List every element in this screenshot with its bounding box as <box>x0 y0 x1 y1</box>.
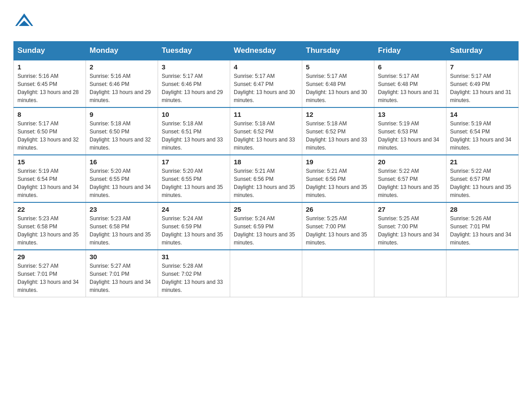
calendar-day-cell: 14 Sunrise: 5:19 AMSunset: 6:54 PMDaylig… <box>446 107 519 155</box>
day-info: Sunrise: 5:18 AMSunset: 6:51 PMDaylight:… <box>162 120 226 152</box>
logo-icon <box>13 9 35 30</box>
day-info: Sunrise: 5:25 AMSunset: 7:00 PMDaylight:… <box>306 214 370 247</box>
day-number: 17 <box>162 158 226 166</box>
calendar-day-cell <box>446 250 519 297</box>
calendar-day-cell <box>302 250 374 297</box>
day-number: 30 <box>90 253 154 261</box>
calendar-day-cell: 24 Sunrise: 5:24 AMSunset: 6:59 PMDaylig… <box>158 202 230 250</box>
logo <box>13 9 35 32</box>
day-number: 26 <box>306 206 370 213</box>
day-info: Sunrise: 5:19 AMSunset: 6:54 PMDaylight:… <box>450 120 515 152</box>
calendar-day-cell: 8 Sunrise: 5:17 AMSunset: 6:50 PMDayligh… <box>14 107 86 155</box>
day-number: 15 <box>17 158 82 166</box>
calendar-day-cell: 23 Sunrise: 5:23 AMSunset: 6:58 PMDaylig… <box>86 202 158 250</box>
calendar-day-cell: 2 Sunrise: 5:16 AMSunset: 6:46 PMDayligh… <box>86 60 158 107</box>
calendar-day-cell: 5 Sunrise: 5:17 AMSunset: 6:48 PMDayligh… <box>302 60 374 107</box>
day-info: Sunrise: 5:18 AMSunset: 6:52 PMDaylight:… <box>234 120 298 152</box>
col-tuesday: Tuesday <box>158 42 230 60</box>
calendar-day-cell: 28 Sunrise: 5:26 AMSunset: 7:01 PMDaylig… <box>446 202 519 250</box>
day-info: Sunrise: 5:26 AMSunset: 7:01 PMDaylight:… <box>450 214 515 247</box>
calendar-day-cell: 11 Sunrise: 5:18 AMSunset: 6:52 PMDaylig… <box>230 107 302 155</box>
day-info: Sunrise: 5:20 AMSunset: 6:55 PMDaylight:… <box>90 167 154 199</box>
day-info: Sunrise: 5:25 AMSunset: 7:00 PMDaylight:… <box>378 214 442 247</box>
day-info: Sunrise: 5:20 AMSunset: 6:55 PMDaylight:… <box>162 167 226 199</box>
day-info: Sunrise: 5:17 AMSunset: 6:50 PMDaylight:… <box>17 120 82 152</box>
page-header <box>13 9 519 32</box>
day-number: 14 <box>450 111 515 118</box>
day-number: 28 <box>450 206 515 213</box>
day-number: 1 <box>17 63 82 71</box>
calendar-day-cell: 3 Sunrise: 5:17 AMSunset: 6:46 PMDayligh… <box>158 60 230 107</box>
day-info: Sunrise: 5:17 AMSunset: 6:49 PMDaylight:… <box>450 72 515 104</box>
day-info: Sunrise: 5:17 AMSunset: 6:48 PMDaylight:… <box>306 72 370 104</box>
day-info: Sunrise: 5:24 AMSunset: 6:59 PMDaylight:… <box>234 214 298 247</box>
day-info: Sunrise: 5:18 AMSunset: 6:50 PMDaylight:… <box>90 120 154 152</box>
day-info: Sunrise: 5:19 AMSunset: 6:54 PMDaylight:… <box>17 167 82 199</box>
calendar-day-cell: 30 Sunrise: 5:27 AMSunset: 7:01 PMDaylig… <box>86 250 158 297</box>
calendar-day-cell: 20 Sunrise: 5:22 AMSunset: 6:57 PMDaylig… <box>374 155 446 202</box>
calendar-day-cell: 17 Sunrise: 5:20 AMSunset: 6:55 PMDaylig… <box>158 155 230 202</box>
day-number: 23 <box>90 206 154 213</box>
col-saturday: Saturday <box>446 42 519 60</box>
day-number: 24 <box>162 206 226 213</box>
day-number: 16 <box>90 158 154 166</box>
day-number: 10 <box>162 111 226 118</box>
calendar-day-cell: 4 Sunrise: 5:17 AMSunset: 6:47 PMDayligh… <box>230 60 302 107</box>
calendar-day-cell: 18 Sunrise: 5:21 AMSunset: 6:56 PMDaylig… <box>230 155 302 202</box>
day-number: 27 <box>378 206 442 213</box>
day-info: Sunrise: 5:22 AMSunset: 6:57 PMDaylight:… <box>450 167 515 199</box>
col-wednesday: Wednesday <box>230 42 302 60</box>
day-number: 3 <box>162 63 226 71</box>
calendar-week-row: 22 Sunrise: 5:23 AMSunset: 6:58 PMDaylig… <box>14 202 519 250</box>
day-number: 21 <box>450 158 515 166</box>
day-info: Sunrise: 5:16 AMSunset: 6:45 PMDaylight:… <box>17 72 82 104</box>
day-number: 18 <box>234 158 298 166</box>
day-number: 2 <box>90 63 154 71</box>
day-number: 31 <box>162 253 226 261</box>
day-info: Sunrise: 5:19 AMSunset: 6:53 PMDaylight:… <box>378 120 442 152</box>
col-friday: Friday <box>374 42 446 60</box>
day-number: 22 <box>17 206 82 213</box>
calendar-day-cell <box>230 250 302 297</box>
calendar-day-cell: 25 Sunrise: 5:24 AMSunset: 6:59 PMDaylig… <box>230 202 302 250</box>
day-number: 4 <box>234 63 298 71</box>
calendar-day-cell: 29 Sunrise: 5:27 AMSunset: 7:01 PMDaylig… <box>14 250 86 297</box>
calendar-day-cell: 1 Sunrise: 5:16 AMSunset: 6:45 PMDayligh… <box>14 60 86 107</box>
calendar-week-row: 15 Sunrise: 5:19 AMSunset: 6:54 PMDaylig… <box>14 155 519 202</box>
day-info: Sunrise: 5:28 AMSunset: 7:02 PMDaylight:… <box>162 262 226 294</box>
day-info: Sunrise: 5:21 AMSunset: 6:56 PMDaylight:… <box>234 167 298 199</box>
day-info: Sunrise: 5:24 AMSunset: 6:59 PMDaylight:… <box>162 214 226 247</box>
calendar-day-cell: 16 Sunrise: 5:20 AMSunset: 6:55 PMDaylig… <box>86 155 158 202</box>
calendar-day-cell: 19 Sunrise: 5:21 AMSunset: 6:56 PMDaylig… <box>302 155 374 202</box>
calendar-day-cell: 22 Sunrise: 5:23 AMSunset: 6:58 PMDaylig… <box>14 202 86 250</box>
col-monday: Monday <box>86 42 158 60</box>
day-number: 25 <box>234 206 298 213</box>
day-info: Sunrise: 5:22 AMSunset: 6:57 PMDaylight:… <box>378 167 442 199</box>
calendar-header-row: Sunday Monday Tuesday Wednesday Thursday… <box>14 42 519 60</box>
col-sunday: Sunday <box>14 42 86 60</box>
day-number: 20 <box>378 158 442 166</box>
day-info: Sunrise: 5:17 AMSunset: 6:47 PMDaylight:… <box>234 72 298 104</box>
calendar-day-cell: 7 Sunrise: 5:17 AMSunset: 6:49 PMDayligh… <box>446 60 519 107</box>
calendar-day-cell: 9 Sunrise: 5:18 AMSunset: 6:50 PMDayligh… <box>86 107 158 155</box>
day-number: 5 <box>306 63 370 71</box>
calendar-day-cell: 10 Sunrise: 5:18 AMSunset: 6:51 PMDaylig… <box>158 107 230 155</box>
calendar-day-cell: 6 Sunrise: 5:17 AMSunset: 6:48 PMDayligh… <box>374 60 446 107</box>
day-info: Sunrise: 5:23 AMSunset: 6:58 PMDaylight:… <box>90 214 154 247</box>
calendar-week-row: 8 Sunrise: 5:17 AMSunset: 6:50 PMDayligh… <box>14 107 519 155</box>
calendar-day-cell: 27 Sunrise: 5:25 AMSunset: 7:00 PMDaylig… <box>374 202 446 250</box>
calendar-day-cell: 12 Sunrise: 5:18 AMSunset: 6:52 PMDaylig… <box>302 107 374 155</box>
day-number: 19 <box>306 158 370 166</box>
day-info: Sunrise: 5:17 AMSunset: 6:48 PMDaylight:… <box>378 72 442 104</box>
calendar-day-cell: 15 Sunrise: 5:19 AMSunset: 6:54 PMDaylig… <box>14 155 86 202</box>
day-number: 29 <box>17 253 82 261</box>
day-number: 12 <box>306 111 370 118</box>
calendar-week-row: 29 Sunrise: 5:27 AMSunset: 7:01 PMDaylig… <box>14 250 519 297</box>
day-number: 9 <box>90 111 154 118</box>
day-number: 8 <box>17 111 82 118</box>
calendar-day-cell <box>374 250 446 297</box>
day-number: 6 <box>378 63 442 71</box>
calendar-week-row: 1 Sunrise: 5:16 AMSunset: 6:45 PMDayligh… <box>14 60 519 107</box>
calendar-day-cell: 26 Sunrise: 5:25 AMSunset: 7:00 PMDaylig… <box>302 202 374 250</box>
day-info: Sunrise: 5:18 AMSunset: 6:52 PMDaylight:… <box>306 120 370 152</box>
